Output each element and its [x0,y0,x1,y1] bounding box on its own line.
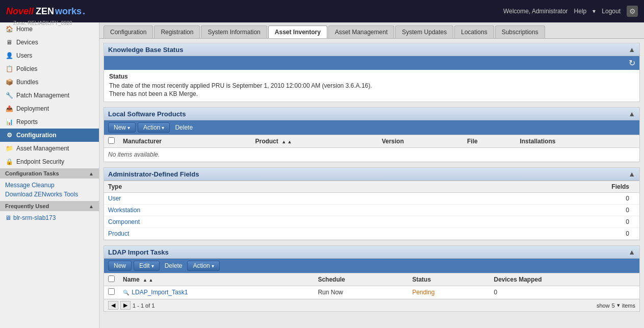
show-items: show 5 ▾ items [597,302,635,309]
configuration-icon: ⚙ [5,131,13,139]
sidebar-item-patch[interactable]: 🔧Patch Management [0,89,99,102]
admin-field-count-product: 0 [403,228,639,240]
ldap-row-check[interactable] [108,288,115,295]
endpoint-icon: 🔒 [5,158,13,166]
admin-field-count-workstation: 0 [403,205,639,216]
deployment-icon: 📤 [5,105,13,113]
pag-next[interactable]: ▶ [120,301,131,310]
admin-field-link-user[interactable]: User [108,195,121,202]
admin-fields-collapse[interactable]: ▲ [628,170,635,178]
ldap-new-button[interactable]: New [108,261,132,271]
sidebar-item-deployment[interactable]: 📤Deployment [0,102,99,115]
ldap-task-link[interactable]: LDAP_Import_Task1 [132,289,188,296]
ldap-row-status: Pending [408,286,490,299]
pag-prev[interactable]: ◀ [108,301,118,310]
freq-item-blr[interactable]: 🖥 blr-srm-slab173 [5,213,94,222]
freq-item-label: blr-srm-slab173 [13,214,56,221]
message-cleanup-link[interactable]: Message Cleanup [5,181,94,190]
tab-subscriptions[interactable]: Subscriptions [495,26,545,38]
col-name[interactable]: Name ▲ [119,273,314,286]
home-icon: 🏠 [5,25,13,33]
local-software-header: Local Software Products ▲ [104,108,639,120]
welcome-text: Welcome, Administrator [503,8,568,15]
sidebar-item-reports[interactable]: 📊Reports [0,115,99,129]
sidebar-label-deployment: Deployment [16,105,49,112]
sidebar-label-bundles: Bundles [16,79,38,86]
sidebar-item-assetmgmt[interactable]: 📁Asset Management [0,142,99,155]
sidebar-label-users: Users [16,52,32,59]
ldap-row-devices: 0 [490,286,640,299]
admin-fields-table: Type Fields User 0 Workstation 0 Compone… [104,181,639,240]
admin-field-type-product: Product [104,228,403,240]
tab-asset-management[interactable]: Asset Management [328,26,394,38]
sidebar-item-policies[interactable]: 📋Policies [0,62,99,75]
refresh-icon[interactable]: ↻ [629,58,635,68]
ldap-collapse[interactable]: ▲ [628,248,635,256]
tab-system-updates[interactable]: System Updates [395,26,453,38]
ldap-select-all[interactable] [108,275,115,282]
ldap-row-checkbox [104,286,119,299]
admin-field-link-product[interactable]: Product [108,230,129,237]
ldap-table: Name ▲ Schedule Status Devices Mapped 🔍 … [104,273,639,299]
ldap-delete-button[interactable]: Delete [162,261,186,270]
frequently-used-list: 🖥 blr-srm-slab173 [0,211,99,224]
admin-field-row-workstation: Workstation 0 [104,205,639,216]
tab-asset-inventory[interactable]: Asset Inventory [268,26,327,38]
magnify-icon: 🔍 [123,290,129,295]
logo-works: works [55,6,82,17]
logout-link[interactable]: Logout [602,8,621,15]
patch-icon: 🔧 [5,91,13,99]
sidebar-label-home: Home [16,26,33,33]
no-items-row: No items available. [104,148,639,162]
sidebar-label-patch: Patch Management [16,92,69,99]
ldap-edit-button[interactable]: Edit▾ [134,261,160,271]
config-tasks-collapse[interactable]: ▲ [89,171,94,176]
sidebar-item-endpoint[interactable]: 🔒Endpoint Security [0,155,99,168]
local-software-title: Local Software Products [108,110,186,118]
config-tasks-list: Message Cleanup Download ZENworks Tools [0,179,99,201]
sidebar-item-bundles[interactable]: 📦Bundles [0,75,99,89]
sidebar-label-reports: Reports [16,118,38,125]
admin-field-count-component: 0 [403,216,639,228]
sidebar-label-endpoint: Endpoint Security [16,158,64,165]
col-version: Version [378,135,463,148]
sidebar-label-assetmgmt: Asset Management [16,145,69,152]
knowledge-base-collapse[interactable]: ▲ [628,45,635,54]
local-software-table: Manufacturer Product ▲ Version File Inst… [104,135,639,162]
action-button[interactable]: Action▾ [138,122,170,133]
frequently-used-collapse[interactable]: ▲ [89,204,94,209]
ldap-action-button[interactable]: Action▾ [187,261,219,271]
help-link[interactable]: Help [574,8,587,15]
config-tasks-label: Configuration Tasks [5,170,59,176]
select-all-checkbox[interactable] [108,137,115,144]
sidebar-label-devices: Devices [16,39,38,46]
tab-configuration[interactable]: Configuration [104,26,153,38]
pag-arrow[interactable]: ▾ [617,302,620,309]
admin-field-row-component: Component 0 [104,216,639,228]
admin-field-link-workstation[interactable]: Workstation [108,207,140,214]
status-pending: Pending [412,289,434,296]
admin-field-type-user: User [104,193,403,205]
admin-field-link-component[interactable]: Component [108,218,140,225]
sidebar-item-users[interactable]: 👤Users [0,49,99,62]
new-button[interactable]: New▾ [108,122,136,133]
no-items-text: No items available. [104,148,639,162]
ldap-panel: LDAP Import Tasks ▲ New Edit▾ Delete Act… [104,245,640,312]
tab-registration[interactable]: Registration [154,26,200,38]
sidebar-item-devices[interactable]: 🖥Devices [0,36,99,49]
main-content: ConfigurationRegistrationSystem Informat… [99,22,644,328]
tab-locations[interactable]: Locations [454,26,494,38]
admin-field-type-workstation: Workstation [104,205,403,216]
col-product[interactable]: Product ▲ [251,135,377,148]
download-tools-link[interactable]: Download ZENworks Tools [5,190,94,199]
ldap-header: LDAP Import Tasks ▲ [104,246,639,259]
sidebar: 🏠Home🖥Devices👤Users📋Policies📦Bundles🔧Pat… [0,22,99,328]
sidebar-item-configuration[interactable]: ⚙Configuration [0,129,99,142]
gear-icon[interactable]: ⚙ [627,6,638,17]
delete-button[interactable]: Delete [172,123,196,132]
tab-system-information[interactable]: System Information [201,26,267,38]
bundles-icon: 📦 [5,78,13,86]
content-area: Knowledge Base Status ▲ ↻ Status The dat… [99,39,644,328]
local-software-collapse[interactable]: ▲ [628,110,635,118]
admin-field-type-component: Component [104,216,403,228]
